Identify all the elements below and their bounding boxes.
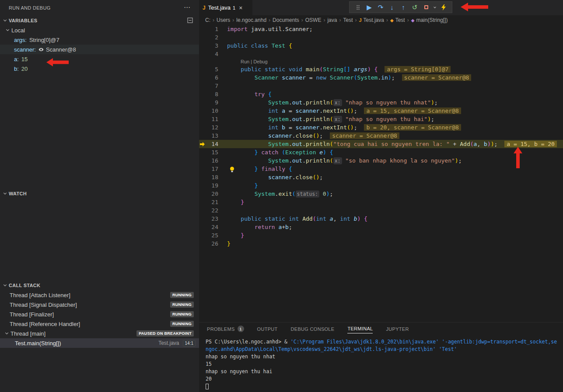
callstack-thread-row[interactable]: Thread [Finalizer]RUNNING [0,309,199,319]
code-area[interactable]: 1import java.util.Scanner;23public class… [199,25,563,248]
callstack-thread-row[interactable]: Thread [Reference Handler]RUNNING [0,319,199,329]
code-token: "tong cua hai so nguyen tren la: " [333,141,450,147]
code-line[interactable]: 15 } catch (Exception e) { [199,148,563,156]
code-line[interactable]: 1import java.util.Scanner; [199,25,563,33]
variable-row[interactable]: args:String[0]@7 [0,35,199,45]
breadcrumb-item[interactable]: JTest.java [359,17,384,23]
eye-icon[interactable] [38,48,44,52]
code-line[interactable]: 22 [199,206,563,215]
code-token: exit [278,191,292,197]
inlay-hint: x: [333,116,342,123]
gutter-glyph [199,50,205,58]
collapse-all-icon[interactable] [187,17,193,24]
variable-name: scanner: [14,46,36,53]
callstack-thread-row[interactable]: Thread [Attach Listener]RUNNING [0,290,199,300]
gutter-glyph [199,165,205,173]
code-token: ; [289,224,292,230]
code-line[interactable]: 20 System.exit(status: 0); [199,190,563,198]
callstack-thread-row[interactable]: Thread [Signal Dispatcher]RUNNING [0,300,199,309]
code-token: . [302,157,306,164]
code-line[interactable]: 13 scanner.close();scanner = Scanner@8 [199,132,563,140]
code-token [360,215,364,222]
code-token: public static void [241,66,306,73]
code-token: Scanner [330,74,354,81]
terminal-line: 20 [206,375,563,383]
gripper-dots-icon [356,4,360,10]
variable-row[interactable]: b:20 [0,64,199,73]
callstack-frame-row[interactable]: Test.main(String[]) Test.java 14:1 [0,338,199,348]
code-text: System.exit(status: 0); [227,191,333,197]
variables-section-header[interactable]: VARIABLES [0,16,199,25]
code-line[interactable]: 14 System.out.println("tong cua hai so n… [199,140,563,148]
codelens-run-link[interactable]: Run [241,59,249,64]
code-token: . [302,116,306,122]
breadcrumb-item[interactable]: ◆Test [390,17,405,23]
codelens-separator: | [249,59,253,64]
code-line[interactable]: 8 try { [199,90,563,98]
more-actions-icon[interactable]: ⋯ [184,3,190,11]
step-into-button[interactable]: ↓ [386,2,398,13]
breadcrumb-item[interactable]: Documents [273,17,299,23]
code-line[interactable]: 6 Scanner scanner = new Scanner(System.i… [199,73,563,82]
panel-tab-terminal[interactable]: TERMINAL [347,324,373,333]
code-line[interactable]: 11 System.out.println(x: "nhap so nguyen… [199,115,563,123]
code-line[interactable]: 3public class Test { [199,42,563,50]
tab-test-java[interactable]: J Test.java 1 × [199,0,252,15]
restart-button[interactable]: ↺ [409,2,420,13]
code-line[interactable]: 2 [199,33,563,42]
code-line[interactable]: 24 return a+b; [199,223,563,231]
step-over-button[interactable]: ↷ [375,2,386,13]
code-token: out [292,157,302,164]
code-text: } catch (Exception e) { [227,149,333,156]
code-line[interactable]: 4 [199,50,563,58]
variable-row[interactable]: scanner:Scanner@8 [0,45,199,54]
code-line[interactable]: 18 scanner.close(); [199,173,563,181]
breadcrumb-item[interactable]: le.ngoc.anhd [236,17,266,23]
callstack-thread-row[interactable]: Thread [main]PAUSED ON BREAKPOINT [0,329,199,338]
code-line[interactable]: 19 } [199,181,563,190]
code-line[interactable]: 16 System.out.println(x: "so ban nhap kh… [199,156,563,165]
panel-tab-jupyter[interactable]: JUPYTER [386,324,409,333]
line-number: 17 [205,165,218,173]
continue-button[interactable]: ▶ [364,2,375,13]
line-number: 2 [205,33,218,42]
breadcrumb-item[interactable]: C: [205,17,210,23]
code-line[interactable]: 21 } [199,198,563,206]
callstack-section-header[interactable]: CALL STACK [0,281,199,290]
hot-code-replace-button[interactable] [438,4,449,10]
code-line[interactable]: 26} [199,239,563,248]
code-line[interactable]: 23 public static int Add(int a, int b) { [199,215,563,223]
code-line[interactable]: 5 public static void main(String[] args)… [199,65,563,73]
code-line[interactable]: 7 [199,82,563,90]
variable-row[interactable]: a:15 [0,54,199,64]
terminal[interactable]: PS C:\Users\le.ngoc.anhd> & 'C:\Program … [199,335,563,390]
breadcrumb-separator: › [213,17,214,23]
code-line[interactable]: 9 System.out.println(x: "nhap so nguyen … [199,98,563,107]
close-icon[interactable]: × [239,4,242,11]
variables-scope-local[interactable]: Local [0,25,199,35]
stop-button[interactable] [420,5,432,9]
code-token: { [289,166,292,172]
breadcrumb-item[interactable]: ◆main(String[]) [411,17,448,23]
code-token: System [268,157,289,164]
codelens-debug-link[interactable]: Debug [253,59,267,64]
code-token [227,91,255,97]
breadcrumb-item[interactable]: Users [217,17,230,23]
panel-tab-problems[interactable]: PROBLEMS1 [207,323,244,334]
gutter-glyph [199,231,205,239]
code-line[interactable]: 10 int a = scanner.nextInt();a = 15, sca… [199,107,563,115]
inlay-hint: status: [296,191,319,198]
watch-section-header[interactable]: WATCH [0,189,199,198]
breadcrumb-item[interactable]: Test [343,17,353,23]
breadcrumb-item[interactable]: java [327,17,337,23]
step-out-button[interactable]: ↑ [398,2,409,13]
code-line[interactable]: 12 int b = scanner.nextInt();b = 20, sca… [199,123,563,132]
panel-tab-debug-console[interactable]: DEBUG CONSOLE [291,324,335,333]
code-line[interactable]: 17 } finally { [199,165,563,173]
breadcrumb-item[interactable]: OSWE [305,17,322,23]
breadcrumb-separator: › [407,17,409,23]
variable-value: Scanner@8 [46,46,76,53]
panel-tab-output[interactable]: OUTPUT [257,324,278,333]
code-line[interactable]: 25 } [199,231,563,239]
stop-dropdown-button[interactable] [432,6,438,9]
